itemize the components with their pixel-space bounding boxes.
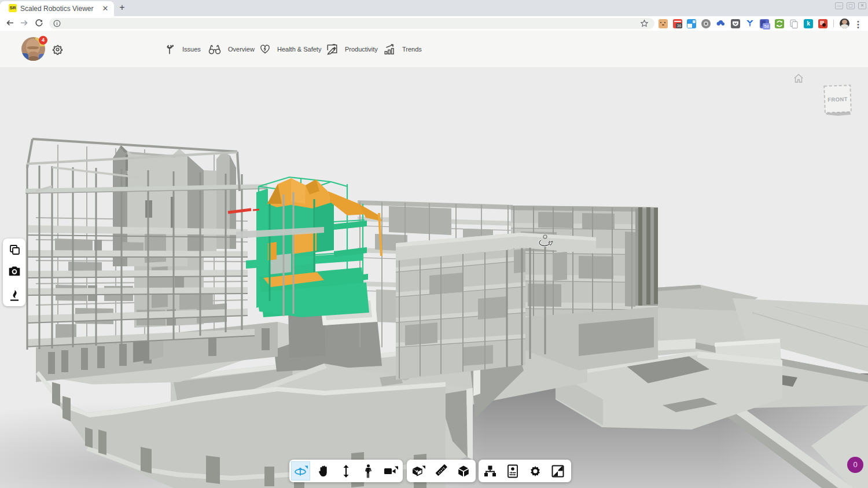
svg-text:FRONT: FRONT [827,96,848,102]
